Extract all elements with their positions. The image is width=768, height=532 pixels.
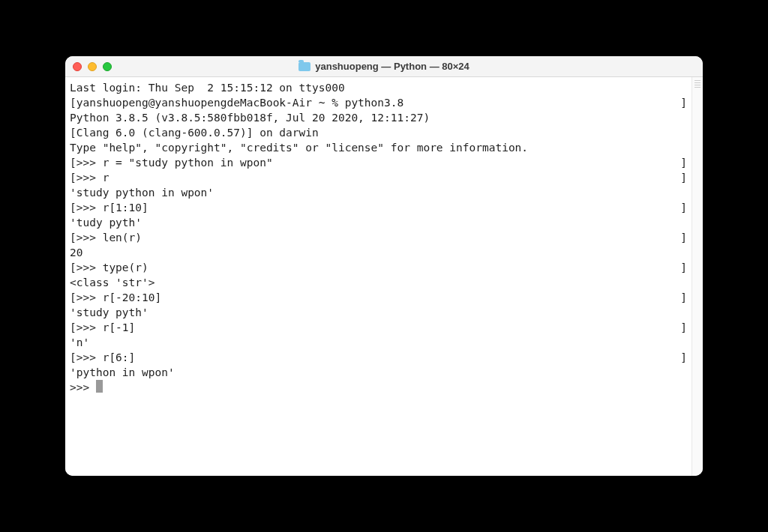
terminal-line: 'n' [70, 335, 687, 350]
terminal-line: <class 'str'> [70, 275, 687, 290]
bracket-open: [ [70, 290, 76, 305]
terminal-text: >>> r[-1] [76, 320, 681, 335]
terminal-text: yanshuopeng@yanshuopengdeMacBook-Air ~ %… [76, 95, 681, 110]
terminal-text: >>> len(r) [76, 230, 681, 245]
terminal-text: >>> r = "study python in wpon" [76, 155, 681, 170]
terminal-line: 'python in wpon' [70, 365, 687, 380]
bracket-open: [ [70, 95, 76, 110]
bracket-close: ] [680, 155, 687, 170]
bracket-open: [ [70, 260, 76, 275]
bracket-close: ] [680, 170, 687, 185]
title-wrap: yanshuopeng — Python — 80×24 [65, 61, 703, 72]
terminal-window: yanshuopeng — Python — 80×24 Last login:… [65, 56, 703, 476]
cursor [96, 380, 103, 393]
terminal-line: [>>> r[6:]] [70, 350, 687, 365]
bracket-close: ] [680, 320, 687, 335]
window-title: yanshuopeng — Python — 80×24 [315, 61, 470, 72]
terminal-line: 'study python in wpon' [70, 185, 687, 200]
bracket-close: ] [680, 290, 687, 305]
terminal-line: [>>> r[-20:10]] [70, 290, 687, 305]
terminal-text: >>> r[6:] [76, 350, 681, 365]
terminal-prompt: >>> [70, 381, 96, 393]
terminal-line: [yanshuopeng@yanshuopengdeMacBook-Air ~ … [70, 95, 687, 110]
terminal-line: [>>> r = "study python in wpon"] [70, 155, 687, 170]
bracket-open: [ [70, 320, 76, 335]
titlebar: yanshuopeng — Python — 80×24 [65, 56, 703, 77]
terminal-text: >>> r[-20:10] [76, 290, 681, 305]
bracket-open: [ [70, 230, 76, 245]
close-button[interactable] [73, 62, 82, 71]
terminal-line: [>>> len(r)] [70, 230, 687, 245]
folder-icon [298, 62, 310, 71]
terminal-line: [>>> r] [70, 170, 687, 185]
terminal-line: 'tudy pyth' [70, 215, 687, 230]
traffic-lights [73, 62, 112, 71]
terminal-content[interactable]: Last login: Thu Sep 2 15:15:12 on ttys00… [65, 77, 692, 476]
terminal-line: [>>> r[1:10]] [70, 200, 687, 215]
scrollbar-texture [694, 80, 700, 88]
terminal-line: Python 3.8.5 (v3.8.5:580fbb018f, Jul 20 … [70, 110, 687, 125]
bracket-close: ] [680, 260, 687, 275]
terminal-line: >>> [70, 380, 687, 395]
terminal-line: Last login: Thu Sep 2 15:15:12 on ttys00… [70, 80, 687, 95]
terminal-line: 'study pyth' [70, 305, 687, 320]
terminal-line: [Clang 6.0 (clang-600.0.57)] on darwin [70, 125, 687, 140]
bracket-close: ] [680, 95, 687, 110]
minimize-button[interactable] [88, 62, 97, 71]
terminal-line: [>>> type(r)] [70, 260, 687, 275]
bracket-open: [ [70, 350, 76, 365]
bracket-close: ] [680, 200, 687, 215]
bracket-close: ] [680, 230, 687, 245]
bracket-open: [ [70, 170, 76, 185]
window-body: Last login: Thu Sep 2 15:15:12 on ttys00… [65, 77, 703, 476]
bracket-open: [ [70, 155, 76, 170]
terminal-line: Type "help", "copyright", "credits" or "… [70, 140, 687, 155]
terminal-line: [>>> r[-1]] [70, 320, 687, 335]
maximize-button[interactable] [103, 62, 112, 71]
bracket-open: [ [70, 200, 76, 215]
terminal-line: 20 [70, 245, 687, 260]
terminal-text: >>> r[1:10] [76, 200, 681, 215]
terminal-text: >>> r [76, 170, 681, 185]
scrollbar[interactable] [692, 77, 703, 476]
terminal-text: >>> type(r) [76, 260, 681, 275]
bracket-close: ] [680, 350, 687, 365]
